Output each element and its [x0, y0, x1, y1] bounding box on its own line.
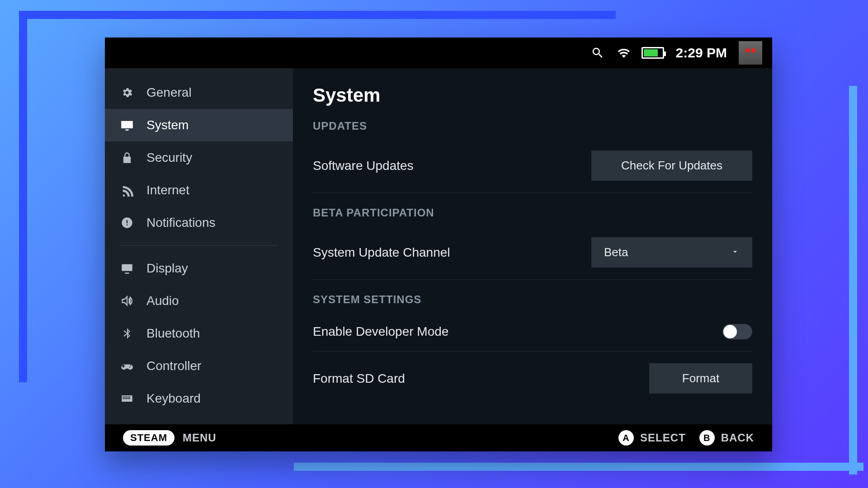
page-title: System [313, 84, 752, 106]
a-button-icon: A [618, 430, 634, 446]
section-header-updates: UPDATES [313, 120, 752, 132]
label-software-updates: Software Updates [313, 159, 414, 173]
footer-hint-select: A SELECT [618, 430, 686, 446]
footer-menu-label: MENU [183, 432, 217, 444]
sidebar-item-keyboard[interactable]: Keyboard [105, 382, 293, 415]
footer-bar: STEAM MENU A SELECT B BACK [105, 424, 772, 451]
dropdown-value: Beta [604, 245, 628, 259]
clock: 2:29 PM [676, 45, 727, 61]
sidebar-item-label: Internet [146, 183, 189, 197]
sidebar-item-label: Controller [146, 359, 201, 373]
update-channel-dropdown[interactable]: Beta [591, 237, 752, 267]
sidebar-item-notifications[interactable]: Notifications [105, 206, 293, 239]
label-update-channel: System Update Channel [313, 245, 450, 260]
decorative-frame-r [849, 86, 857, 474]
speaker-icon [120, 294, 134, 308]
top-bar: 2:29 PM [105, 38, 772, 68]
sidebar-item-bluetooth[interactable]: Bluetooth [105, 317, 293, 350]
sidebar-item-label: Bluetooth [146, 326, 200, 341]
sidebar-divider [120, 245, 278, 246]
row-developer-mode: Enable Developer Mode [313, 312, 752, 352]
chevron-down-icon [731, 245, 740, 259]
row-software-updates: Software Updates Check For Updates [313, 139, 752, 193]
sidebar-item-label: Security [146, 150, 192, 165]
sidebar-item-general[interactable]: General [105, 76, 293, 109]
sidebar-item-label: Notifications [146, 216, 216, 230]
section-header-beta: BETA PARTICIPATION [313, 206, 752, 219]
sidebar: General System Security Internet Notific… [105, 68, 293, 424]
row-format-sd: Format SD Card Format [313, 352, 752, 405]
footer-select-label: SELECT [640, 432, 686, 444]
label-format-sd: Format SD Card [313, 371, 405, 386]
steam-pill[interactable]: STEAM [123, 430, 175, 446]
developer-mode-toggle[interactable] [722, 324, 752, 339]
keyboard-icon [120, 392, 134, 405]
footer-back-label: BACK [721, 432, 754, 444]
sidebar-item-label: System [146, 118, 189, 132]
sidebar-item-display[interactable]: Display [105, 252, 293, 285]
lock-icon [120, 151, 134, 164]
device-window: 2:29 PM General System Security Internet [105, 38, 772, 451]
sidebar-item-label: General [146, 85, 192, 100]
footer-right: A SELECT B BACK [618, 430, 754, 446]
search-icon[interactable] [591, 46, 604, 60]
toggle-knob [723, 325, 737, 338]
alert-icon [120, 216, 134, 230]
section-header-system-settings: SYSTEM SETTINGS [313, 293, 752, 306]
gamepad-icon [120, 359, 134, 373]
b-button-icon: B [699, 430, 715, 446]
bluetooth-icon [120, 327, 134, 340]
sidebar-item-security[interactable]: Security [105, 141, 293, 174]
format-button[interactable]: Format [649, 363, 752, 394]
wifi-icon [616, 46, 630, 60]
battery-icon [642, 47, 664, 59]
gear-icon [120, 86, 134, 99]
sidebar-item-controller[interactable]: Controller [105, 350, 293, 382]
check-for-updates-button[interactable]: Check For Updates [591, 150, 752, 181]
label-developer-mode: Enable Developer Mode [313, 324, 448, 339]
signal-icon [120, 183, 134, 197]
decorative-frame-b [294, 463, 863, 471]
sidebar-item-internet[interactable]: Internet [105, 174, 293, 206]
footer-hint-back: B BACK [699, 430, 754, 446]
device-icon [120, 118, 134, 132]
sidebar-item-label: Audio [146, 294, 179, 308]
sidebar-item-audio[interactable]: Audio [105, 285, 293, 317]
sidebar-item-label: Display [146, 261, 188, 276]
monitor-icon [120, 262, 134, 275]
avatar[interactable] [739, 41, 762, 65]
sidebar-item-label: Keyboard [146, 391, 201, 406]
battery-fill [644, 49, 658, 56]
sidebar-item-system[interactable]: System [105, 109, 293, 141]
content-body: General System Security Internet Notific… [105, 68, 772, 424]
main-panel: System UPDATES Software Updates Check Fo… [293, 68, 772, 424]
footer-left: STEAM MENU [123, 430, 217, 446]
row-update-channel: System Update Channel Beta [313, 225, 752, 280]
